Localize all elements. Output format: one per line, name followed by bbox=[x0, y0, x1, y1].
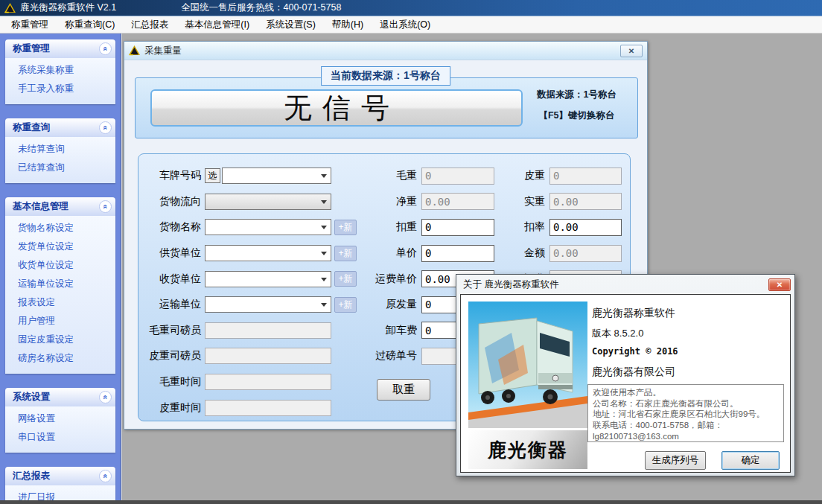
net-weight-field bbox=[421, 193, 494, 210]
actual-weight-field bbox=[549, 193, 622, 210]
form-row-receiver: 收货单位 +新 bbox=[147, 266, 357, 292]
add-receiver-button[interactable]: +新 bbox=[334, 271, 357, 287]
source-info: 数据来源：1号称台 【F5】键切换称台 bbox=[526, 89, 627, 130]
unit-price-field[interactable] bbox=[421, 245, 494, 262]
sidebar-item-network-settings[interactable]: 网络设置 bbox=[18, 409, 115, 428]
field-label: 运费单价 bbox=[359, 272, 417, 286]
add-supplier-button[interactable]: +新 bbox=[334, 246, 357, 261]
field-label: 扣重 bbox=[359, 220, 417, 234]
chevron-down-icon bbox=[321, 226, 327, 232]
weight-display-group: 无信号 数据来源：1号称台 【F5】键切换称台 bbox=[135, 77, 638, 138]
plate-select-button[interactable]: 选 bbox=[205, 168, 220, 183]
collapse-chevron-icon[interactable]: « bbox=[99, 470, 112, 482]
sidebar-header-system-settings[interactable]: 系统设置 « bbox=[5, 388, 115, 406]
field-label: 车牌号码 bbox=[147, 169, 201, 182]
menu-exit[interactable]: 退出系统(O) bbox=[372, 16, 439, 34]
menu-help[interactable]: 帮助(H) bbox=[324, 16, 372, 34]
close-icon[interactable]: ✕ bbox=[620, 45, 643, 57]
plate-number-combo[interactable] bbox=[222, 168, 331, 184]
sidebar-item-settled-query[interactable]: 已结算查询 bbox=[18, 159, 115, 177]
sidebar-item-system-capture-weigh[interactable]: 系统采集称重 bbox=[18, 61, 115, 80]
app-logo-icon bbox=[4, 3, 16, 13]
form-row-deduct-rate: 扣率 bbox=[502, 214, 622, 240]
sidebar-item-transport-unit-setting[interactable]: 运输单位设定 bbox=[18, 275, 115, 293]
transport-combo[interactable] bbox=[205, 296, 331, 313]
about-dialog-titlebar[interactable]: 关于 鹿光衡器称重软件 ✕ bbox=[456, 275, 794, 294]
add-goods-name-button[interactable]: +新 bbox=[334, 220, 357, 235]
sidebar-body: 网络设置 串口设置 bbox=[5, 406, 115, 453]
add-transport-button[interactable]: +新 bbox=[334, 297, 357, 313]
form-column-right: 皮重 实重 扣率 金额 bbox=[502, 163, 622, 292]
generate-serial-button[interactable]: 生成序列号 bbox=[645, 451, 706, 470]
goods-name-combo[interactable] bbox=[205, 219, 331, 235]
goods-flow-combo[interactable] bbox=[205, 194, 331, 210]
form-row-net-weight: 净重 bbox=[359, 189, 494, 215]
window-bottom-edge bbox=[0, 500, 822, 504]
sidebar-item-sender-unit-setting[interactable]: 发货单位设定 bbox=[18, 237, 115, 256]
collapse-chevron-icon[interactable]: « bbox=[99, 200, 112, 213]
deduct-weight-field[interactable] bbox=[421, 219, 494, 236]
sidebar-item-report-setting[interactable]: 报表设定 bbox=[18, 293, 115, 312]
gross-time-field bbox=[205, 374, 331, 390]
sidebar-item-serial-port-settings[interactable]: 串口设置 bbox=[18, 428, 115, 447]
sidebar-item-user-management[interactable]: 用户管理 bbox=[18, 312, 115, 331]
sidebar-panel-weigh-manage: 称重管理 « 系统采集称重 手工录入称重 bbox=[5, 39, 115, 104]
sidebar-header-basic-info[interactable]: 基本信息管理 « bbox=[5, 197, 115, 216]
capture-window-titlebar[interactable]: 采集重量 ✕ bbox=[124, 42, 647, 60]
deduct-rate-field[interactable] bbox=[549, 219, 622, 236]
chevron-down-icon bbox=[321, 278, 327, 284]
field-label: 收货单位 bbox=[147, 272, 201, 286]
sidebar-item-fixed-tare-setting[interactable]: 固定皮重设定 bbox=[18, 331, 115, 349]
sidebar-item-manual-entry-weigh[interactable]: 手工录入称重 bbox=[18, 80, 115, 98]
menu-weigh-manage[interactable]: 称重管理 bbox=[3, 16, 57, 34]
tare-time-field bbox=[205, 400, 331, 416]
amount-field bbox=[549, 245, 622, 262]
gross-operator-field bbox=[205, 322, 331, 339]
receiver-combo[interactable] bbox=[205, 271, 331, 287]
field-label: 皮重 bbox=[502, 169, 545, 182]
menu-system-settings[interactable]: 系统设置(S) bbox=[258, 16, 324, 34]
chevron-down-icon bbox=[321, 252, 327, 258]
menu-weigh-query[interactable]: 称重查询(C) bbox=[57, 16, 123, 34]
collapse-chevron-icon[interactable]: « bbox=[99, 391, 112, 403]
form-row-supplier: 供货单位 +新 bbox=[147, 240, 357, 267]
chevron-down-icon bbox=[321, 174, 327, 181]
about-dialog: 关于 鹿光衡器称重软件 ✕ bbox=[456, 274, 795, 476]
field-label: 皮重时间 bbox=[147, 401, 201, 415]
menu-basic-info[interactable]: 基本信息管理(I) bbox=[176, 16, 258, 34]
supplier-combo[interactable] bbox=[205, 245, 331, 261]
sidebar-item-receiver-unit-setting[interactable]: 收货单位设定 bbox=[18, 256, 115, 275]
close-icon[interactable]: ✕ bbox=[768, 278, 791, 291]
collapse-chevron-icon[interactable]: « bbox=[99, 121, 112, 134]
about-dialog-title: 关于 鹿光衡器称重软件 bbox=[463, 278, 558, 291]
version-text: 版本 8.5.2.0 bbox=[592, 327, 643, 340]
sidebar-item-goods-name-setting[interactable]: 货物名称设定 bbox=[18, 219, 115, 237]
current-source-banner: 当前数据来源：1号称台 bbox=[321, 66, 450, 86]
ok-button[interactable]: 确定 bbox=[721, 451, 780, 470]
sidebar-item-unsettled-query[interactable]: 未结算查询 bbox=[18, 140, 115, 159]
field-label: 单价 bbox=[359, 246, 417, 260]
field-label: 供货单位 bbox=[147, 246, 201, 260]
collapse-chevron-icon[interactable]: « bbox=[99, 42, 112, 55]
chevron-down-icon bbox=[321, 303, 327, 310]
form-row-gross-time: 毛重时间 bbox=[147, 369, 357, 395]
take-weight-button[interactable]: 取重 bbox=[377, 379, 430, 401]
sidebar-header-weigh-manage[interactable]: 称重管理 « bbox=[5, 39, 115, 58]
form-row-transport: 运输单位 +新 bbox=[147, 292, 357, 318]
sidebar-item-scale-house-name-setting[interactable]: 磅房名称设定 bbox=[18, 349, 115, 368]
field-label: 皮重司磅员 bbox=[147, 349, 201, 363]
window-logo-icon bbox=[129, 45, 140, 56]
field-label: 毛重 bbox=[359, 169, 417, 182]
form-row-goods-name: 货物名称 +新 bbox=[147, 214, 357, 240]
form-row-amount: 金额 bbox=[502, 240, 622, 267]
sidebar-header-weigh-query[interactable]: 称重查询 « bbox=[5, 118, 115, 137]
field-label: 扣率 bbox=[502, 220, 545, 234]
sidebar-header-summary-report[interactable]: 汇总报表 « bbox=[5, 467, 115, 485]
form-row-unit-price: 单价 bbox=[359, 240, 494, 267]
form-row-tare-operator: 皮重司磅员 bbox=[147, 343, 357, 369]
form-column-left: 车牌号码 选 货物流向 货物名称 +新 供货单位 bbox=[147, 163, 357, 421]
field-label: 过磅单号 bbox=[359, 349, 417, 363]
source-info-line2: 【F5】键切换称台 bbox=[526, 109, 627, 122]
menu-summary-report[interactable]: 汇总报表 bbox=[123, 16, 176, 34]
field-label: 实重 bbox=[502, 195, 545, 208]
